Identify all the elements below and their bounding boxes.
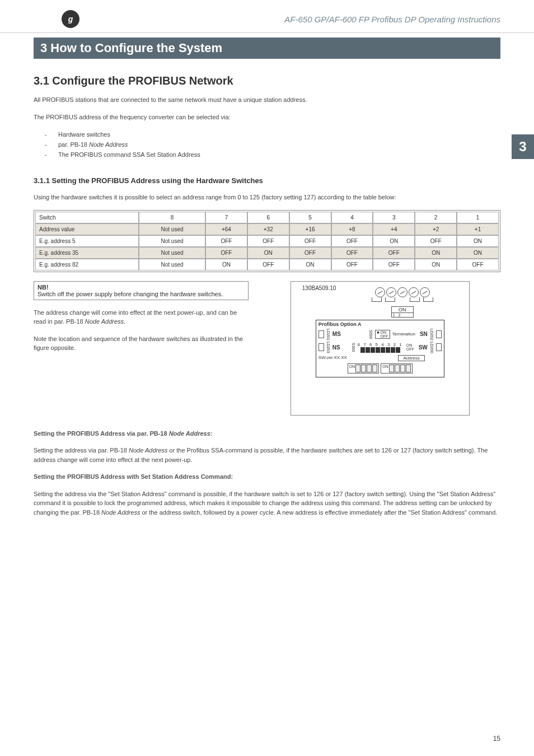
table-cell: OFF: [247, 235, 289, 247]
led-icon: [318, 330, 324, 338]
table-cell: E.g. address 5: [35, 235, 139, 247]
section-side-tab: 3: [512, 134, 534, 159]
table-cell: +8: [331, 223, 373, 235]
list-item: par. PB-18 Node Address: [45, 139, 500, 150]
address-switch-table: Switch 8 7 6 5 4 3 2 1 Address valueNot …: [34, 210, 500, 272]
table-cell: 2: [415, 212, 457, 223]
table-cell: 6: [247, 212, 289, 223]
table-row: Address valueNot used+64+32+16+8+4+2+1: [35, 223, 499, 235]
table-cell: OFF: [331, 259, 373, 270]
table-cell: ON: [457, 247, 499, 259]
table-cell: ON: [457, 235, 499, 247]
table-cell: OFF: [205, 235, 247, 247]
chapter-title-bar: 3 How to Configure the System: [34, 38, 500, 59]
notice-text: Switch off the power supply before chang…: [38, 291, 223, 297]
table-cell: Address value: [35, 223, 139, 235]
table-cell: OFF: [289, 247, 331, 259]
led-icon: [318, 343, 324, 351]
table-cell: ON: [289, 259, 331, 270]
table-cell: OFF: [331, 247, 373, 259]
page-header: g AF-650 GP/AF-600 FP Profibus DP Operat…: [0, 0, 534, 33]
table-cell: 4: [331, 212, 373, 223]
table-cell: OFF: [205, 247, 247, 259]
table-cell: Not used: [139, 247, 205, 259]
table-cell: 8: [139, 212, 205, 223]
sw-version-label: SW.ver.XX.XX: [318, 355, 347, 361]
table-cell: OFF: [373, 247, 415, 259]
lead-text: The PROFIBUS address of the frequency co…: [34, 113, 500, 122]
termination-switch-icon: ■ ON■ OFF: [375, 330, 390, 339]
led-icon: [436, 330, 442, 338]
setting-via-command-text: Setting the address via the "Set Station…: [34, 489, 500, 517]
table-cell: 1: [457, 212, 499, 223]
table-cell: +64: [205, 223, 247, 235]
table-cell: 5: [289, 212, 331, 223]
notice-box: NB! Switch off the power supply before c…: [34, 281, 249, 300]
seven-segment-display-icon: ON ON: [318, 363, 442, 374]
table-cell: E.g. address 82: [35, 259, 139, 270]
table-row: E.g. address 82Not usedONOFFONOFFOFFONOF…: [35, 259, 499, 270]
subsection-heading: 3.1.1 Setting the PROFIBUS Address using…: [34, 176, 500, 185]
table-cell: +32: [247, 223, 289, 235]
table-cell: Not used: [139, 235, 205, 247]
intro-text: All PROFIBUS stations that are connected…: [34, 95, 500, 105]
dip-switch-icon: [360, 347, 400, 353]
section-heading: 3.1 Configure the PROFIBUS Network: [34, 74, 500, 87]
table-cell: +4: [373, 223, 415, 235]
address-label: Address: [398, 355, 424, 361]
on-label: ON1 2: [391, 306, 414, 318]
table-cell: OFF: [373, 259, 415, 270]
list-item: The PROFIBUS command SSA Set Station Add…: [45, 150, 500, 160]
table-cell: ON: [247, 247, 289, 259]
subsection-intro: Using the hardware switches it is possib…: [34, 193, 500, 202]
hardware-switches-figure: 130BA509.10 ON1 2 Profibus Option A LD20…: [291, 281, 470, 416]
figure-reference-note: Note the location and sequence of the ha…: [34, 334, 249, 353]
ge-logo-icon: g: [62, 10, 79, 28]
terminal-screws-icon: [375, 287, 430, 297]
option-board-frame: Profibus Option A LD201 MS S600 ■ ON■ OF…: [316, 320, 444, 377]
setting-via-param-text: Setting the address via par. PB-18 Node …: [34, 446, 500, 464]
list-item: Hardware switches: [45, 129, 500, 139]
document-title: AF-650 GP/AF-600 FP Profibus DP Operatin…: [284, 15, 500, 24]
table-cell: 7: [205, 212, 247, 223]
table-cell: OFF: [415, 235, 457, 247]
setting-via-param-heading: Setting the PROFIBUS Address via par. PB…: [34, 429, 500, 438]
address-change-note: The address change will come into effect…: [34, 308, 249, 326]
table-cell: OFF: [247, 259, 289, 270]
table-row: E.g. address 5Not usedOFFOFFOFFOFFONOFFO…: [35, 235, 499, 247]
table-cell: +1: [457, 223, 499, 235]
table-cell: OFF: [457, 259, 499, 270]
table-cell: +16: [289, 223, 331, 235]
table-cell: 3: [373, 212, 415, 223]
figure-id: 130BA509.10: [302, 285, 336, 291]
table-row: E.g. address 35Not usedOFFONOFFOFFOFFONO…: [35, 247, 499, 259]
table-cell: ON: [205, 259, 247, 270]
table-cell: ON: [415, 247, 457, 259]
notice-title: NB!: [38, 284, 245, 291]
table-cell: Not used: [139, 259, 205, 270]
terminal-tabs-icon: [372, 297, 433, 302]
table-cell: OFF: [331, 235, 373, 247]
board-label: Profibus Option A: [318, 321, 442, 327]
table-header-row: Switch 8 7 6 5 4 3 2 1: [35, 212, 499, 223]
table-cell: OFF: [289, 235, 331, 247]
table-cell: Switch: [35, 212, 139, 223]
setting-via-command-heading: Setting the PROFIBUS Address with Set St…: [34, 472, 500, 482]
page-number: 15: [493, 735, 500, 743]
table-cell: +2: [415, 223, 457, 235]
led-icon: [436, 343, 442, 351]
selection-methods-list: Hardware switches par. PB-18 Node Addres…: [45, 129, 500, 160]
table-cell: E.g. address 35: [35, 247, 139, 259]
table-cell: Not used: [139, 223, 205, 235]
table-cell: ON: [373, 235, 415, 247]
table-cell: ON: [415, 259, 457, 270]
